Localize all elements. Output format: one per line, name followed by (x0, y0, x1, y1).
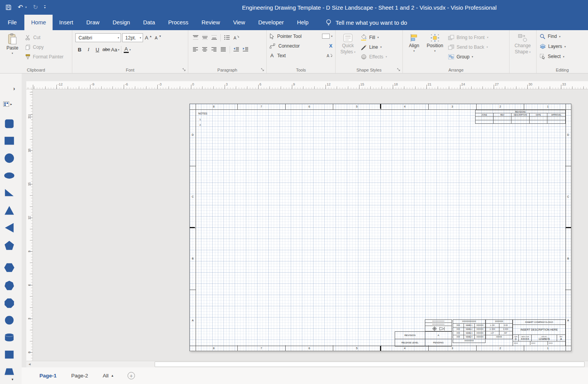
new-page-button[interactable]: + (128, 372, 135, 379)
tab-review[interactable]: Review (195, 15, 227, 30)
tell-me-button[interactable]: Tell me what you want to do (325, 15, 407, 30)
scrollbar-thumb[interactable] (155, 362, 585, 367)
change-shape-button[interactable]: Change Shape▾ (511, 31, 534, 55)
pointer-tool-button[interactable]: Pointer Tool ▾ (268, 31, 334, 41)
customize-quick-access-button[interactable]: ▾ (44, 5, 46, 9)
effects-button[interactable]: Effects▾ (359, 52, 389, 61)
send-to-back-button[interactable]: Send to Back▾ (446, 42, 490, 52)
shape-thumb-hexagon[interactable] (3, 262, 15, 273)
align-bottom-button[interactable] (210, 33, 218, 42)
underline-button[interactable]: U (93, 45, 102, 54)
align-left-button[interactable] (191, 45, 200, 54)
line-button[interactable]: Line▾ (359, 42, 389, 52)
fill-button[interactable]: Fill▾ (359, 32, 389, 42)
tab-design[interactable]: Design (106, 15, 136, 30)
drawing-page[interactable]: 8 7 6 5 4 3 2 1 8 7 6 5 4 3 2 1 D C B A … (189, 104, 571, 351)
layers-button[interactable]: Layers▾ (538, 41, 586, 51)
paste-button[interactable]: Paste ▾ (2, 31, 23, 61)
connection-point-button[interactable]: X (329, 43, 332, 49)
text-tool-button[interactable]: A Text A (268, 51, 334, 60)
bring-to-front-button[interactable]: Bring to Front▾ (446, 32, 490, 42)
shrink-font-button[interactable]: A▼ (154, 34, 162, 42)
tab-view[interactable]: View (227, 15, 252, 30)
tab-home[interactable]: Home (24, 15, 53, 30)
save-icon[interactable] (5, 4, 12, 10)
center-mark (380, 104, 381, 109)
bullets-button[interactable] (223, 33, 231, 42)
position-button[interactable]: Position ▾ (424, 31, 446, 61)
align-middle-button[interactable] (201, 33, 209, 42)
font-color-swatch (124, 52, 129, 53)
align-button[interactable]: Align ▾ (404, 31, 424, 61)
tab-insert[interactable]: Insert (53, 15, 80, 30)
tab-data[interactable]: Data (136, 15, 162, 30)
strikethrough-button[interactable]: abe (102, 45, 111, 54)
find-button[interactable]: Find▾ (538, 31, 586, 41)
expand-shapes-panel-button[interactable]: › (13, 85, 15, 92)
all-pages-button[interactable]: All ▲ (95, 367, 121, 384)
cut-button[interactable]: Cut (23, 32, 65, 42)
rectangle-tool-button[interactable]: ▾ (322, 34, 332, 39)
tools-group-label: Tools (267, 68, 335, 72)
font-size-select[interactable]: 12pt.▾ (122, 33, 143, 42)
format-painter-button[interactable]: Format Painter (23, 52, 65, 61)
align-center-button[interactable] (201, 45, 209, 54)
group-button[interactable]: Group▾ (446, 52, 490, 61)
quick-styles-button[interactable]: Quick Styles▾ (337, 31, 359, 61)
titleblock-names-table: XXXXXXXXXXXX XXXNAME 1XXXXXX XXXNAME 2XX… (453, 319, 486, 343)
shape-thumb-circle-2[interactable] (4, 315, 15, 326)
shape-thumb-trapezoid[interactable] (4, 366, 15, 377)
arrange-group-label: Arrange (403, 68, 509, 72)
ruler-label: 12 (327, 82, 331, 86)
ruler-label: 33 (562, 82, 566, 86)
shape-thumb-cylinder[interactable] (4, 332, 15, 343)
more-shapes-button[interactable]: ▾ (12, 377, 14, 381)
send-to-back-icon (448, 44, 454, 50)
paste-label: Paste (7, 46, 19, 51)
ruler-label: 12 (27, 215, 32, 221)
connector-button[interactable]: Connector X (268, 41, 334, 51)
increase-indent-button[interactable] (241, 45, 250, 54)
select-button[interactable]: Select▾ (538, 51, 586, 61)
page-tab-page-1[interactable]: Page-1 (32, 367, 64, 384)
shape-thumb-rounded-square[interactable] (4, 118, 15, 129)
font-family-select[interactable]: Calibri▾ (75, 33, 121, 42)
shape-thumb-ellipse[interactable] (4, 170, 15, 181)
redo-button[interactable]: ↻ (33, 4, 38, 10)
shape-thumb-triangle[interactable] (4, 205, 15, 216)
stencil-button[interactable]: ▸ (3, 101, 12, 107)
scroll-left-button[interactable]: ◀ (26, 361, 33, 367)
horizontal-scrollbar[interactable]: ◀ (26, 361, 588, 367)
italic-button[interactable]: I (84, 45, 93, 54)
tab-file[interactable]: File (0, 15, 24, 30)
ruler-label: -3 (159, 82, 162, 86)
undo-button[interactable]: ↶ (18, 4, 23, 10)
tab-developer[interactable]: Developer (252, 15, 290, 30)
shape-thumb-heptagon[interactable] (4, 280, 15, 291)
decrease-indent-button[interactable] (232, 45, 240, 54)
align-right-button[interactable] (210, 45, 218, 54)
shape-thumb-right-triangle[interactable] (4, 187, 15, 198)
shape-thumb-left-triangle[interactable] (4, 222, 15, 233)
page-tab-page-2[interactable]: Page-2 (64, 367, 95, 384)
shape-thumb-octagon[interactable] (4, 298, 15, 309)
shape-thumb-square[interactable] (4, 135, 15, 146)
change-case-button[interactable]: Aa▾ (111, 45, 119, 54)
justify-button[interactable] (219, 45, 228, 54)
tab-help[interactable]: Help (290, 15, 315, 30)
shape-thumb-square-2[interactable] (4, 349, 15, 360)
font-color-button[interactable]: A ▾ (123, 45, 131, 54)
shape-thumb-pentagon[interactable] (4, 240, 15, 251)
copy-button[interactable]: Copy (23, 42, 65, 52)
row-label: A (565, 319, 571, 322)
text-direction-button[interactable]: A (232, 33, 240, 42)
fill-icon (361, 34, 367, 41)
align-top-button[interactable] (191, 33, 200, 42)
tab-draw[interactable]: Draw (80, 15, 106, 30)
text-block-button[interactable]: A (326, 53, 332, 58)
grow-font-button[interactable]: A▲ (144, 34, 153, 42)
shape-thumb-circle[interactable] (4, 153, 15, 164)
tab-process[interactable]: Process (162, 15, 195, 30)
undo-dropdown-icon[interactable]: ▾ (25, 6, 27, 9)
bold-button[interactable]: B (75, 45, 84, 54)
